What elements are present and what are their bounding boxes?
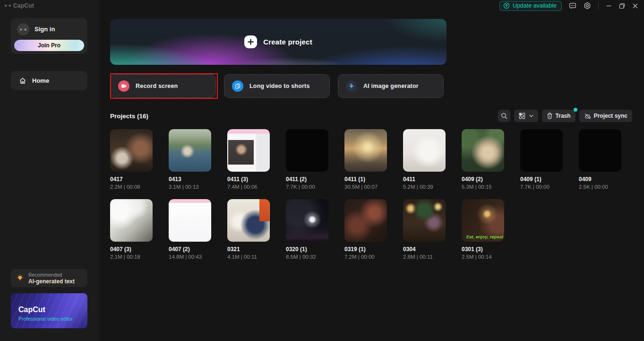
project-thumbnail[interactable]	[403, 129, 446, 172]
feedback-icon[interactable]	[569, 2, 576, 9]
home-label: Home	[32, 77, 49, 84]
app-logo: CapCut	[5, 2, 34, 9]
maximize-icon[interactable]	[619, 3, 625, 9]
avatar[interactable]	[17, 23, 29, 35]
project-card[interactable]: 0409 (1) 7.7K | 00:00	[520, 129, 563, 190]
recommended-card[interactable]: Recommended AI-generated text	[11, 269, 87, 287]
trash-label: Trash	[556, 113, 571, 119]
project-thumbnail[interactable]	[110, 199, 153, 242]
promo-title: CapCut	[18, 306, 87, 314]
minimize-icon[interactable]	[606, 3, 612, 9]
join-pro-button[interactable]: Join Pro	[14, 40, 84, 51]
promo-subtitle: Professional video editor	[18, 316, 87, 322]
thumbnail-overlay-text: Eat, enjoy, repeat	[462, 234, 503, 239]
project-card[interactable]: 0411 (3) 7.4M | 00:06	[227, 129, 270, 190]
project-name: 0409	[579, 176, 621, 183]
project-meta: 7.7K | 00:00	[286, 184, 328, 190]
project-name: 0409 (2)	[462, 176, 504, 183]
project-meta: 2.8M | 00:11	[403, 254, 446, 260]
project-thumbnail[interactable]	[286, 199, 328, 242]
project-thumbnail[interactable]	[344, 129, 387, 172]
trash-button[interactable]: Trash	[542, 110, 575, 122]
project-meta: 3.1M | 00:13	[169, 184, 211, 190]
sidebar-item-home[interactable]: Home	[11, 71, 87, 90]
project-sync-button[interactable]: Project sync	[579, 110, 632, 122]
ai-star-icon	[346, 80, 357, 92]
project-meta: 2.5M | 00:14	[462, 254, 504, 260]
search-button[interactable]	[498, 110, 510, 122]
project-card[interactable]: 0411 (2) 7.7K | 00:00	[286, 129, 328, 190]
project-card[interactable]: 0319 (1) 7.2M | 00:00	[344, 199, 387, 260]
project-name: 0411 (2)	[286, 176, 328, 183]
search-icon	[501, 113, 507, 119]
ai-image-generator-button[interactable]: AI image generator	[338, 74, 444, 98]
project-name: 0304	[403, 246, 446, 253]
project-card[interactable]: 0321 4.1M | 00:11	[227, 199, 270, 260]
close-icon[interactable]	[632, 3, 638, 9]
project-name: 0417	[110, 176, 153, 183]
project-thumbnail[interactable]	[110, 129, 153, 172]
project-thumbnail[interactable]	[227, 129, 270, 172]
project-meta: 14.8M | 00:43	[169, 254, 211, 260]
project-thumbnail[interactable]: Eat, enjoy, repeat	[462, 199, 504, 242]
project-card[interactable]: Eat, enjoy, repeat 0301 (3) 2.5M | 00:14	[462, 199, 504, 260]
sign-in-button[interactable]: Sign in	[34, 26, 55, 33]
project-thumbnail[interactable]	[520, 129, 563, 172]
project-thumbnail[interactable]	[579, 129, 621, 172]
projects-title: Projects (16)	[110, 113, 148, 120]
cloud-sync-off-icon	[584, 113, 591, 119]
project-card[interactable]: 0304 2.8M | 00:11	[403, 199, 446, 260]
project-card[interactable]: 0407 (2) 14.8M | 00:43	[169, 199, 211, 260]
projects-grid: 0417 2.2M | 00:08 0413 3.1M | 00:13 0411…	[110, 129, 621, 260]
recommended-title: AI-generated text	[28, 278, 75, 285]
project-card[interactable]: 0413 3.1M | 00:13	[169, 129, 211, 190]
project-meta: 2.2M | 00:08	[110, 184, 153, 190]
project-meta: 4.1M | 00:11	[227, 254, 270, 260]
project-thumbnail[interactable]	[169, 129, 211, 172]
project-card[interactable]: 0320 (1) 8.5M | 00:32	[286, 199, 328, 260]
project-card[interactable]: 0411 5.2M | 00:39	[403, 129, 446, 190]
sidebar: Sign in Join Pro Home Recommended A	[0, 0, 99, 341]
project-card[interactable]: 0409 (2) 5.3M | 00:15	[462, 129, 504, 190]
project-thumbnail[interactable]	[227, 199, 270, 242]
quick-actions: Record screen Long video to shorts AI im…	[110, 74, 444, 98]
project-card[interactable]: 0417 2.2M | 00:08	[110, 129, 153, 190]
titlebar: CapCut Update available	[0, 0, 644, 11]
record-screen-label: Record screen	[136, 83, 178, 89]
project-thumbnail[interactable]	[169, 199, 211, 242]
project-name: 0409 (1)	[520, 176, 563, 183]
project-name: 0321	[227, 246, 270, 253]
project-name: 0411	[403, 176, 446, 183]
view-mode-button[interactable]	[514, 110, 538, 122]
capcut-logo-icon	[5, 3, 11, 8]
app-title: CapCut	[13, 2, 34, 9]
project-card[interactable]: 0407 (3) 2.1M | 00:18	[110, 199, 153, 260]
capcut-promo-banner[interactable]: CapCut Professional video editor	[11, 293, 87, 328]
project-thumbnail[interactable]	[462, 129, 504, 172]
project-name: 0407 (2)	[169, 246, 211, 253]
project-thumbnail[interactable]	[403, 199, 446, 242]
project-name: 0407 (3)	[110, 246, 153, 253]
record-screen-button[interactable]: Record screen	[110, 74, 216, 98]
long-video-to-shorts-button[interactable]: Long video to shorts	[224, 74, 330, 98]
project-meta: 2.1M | 00:18	[110, 254, 153, 260]
chevron-down-icon	[529, 114, 533, 117]
project-sync-label: Project sync	[594, 113, 627, 119]
project-name: 0301 (3)	[462, 246, 504, 253]
project-card[interactable]: 0411 (1) 30.5M | 00:07	[344, 129, 387, 190]
project-name: 0413	[169, 176, 211, 183]
update-label: Update available	[513, 2, 557, 9]
update-available-button[interactable]: Update available	[499, 1, 562, 11]
project-meta: 2.5K | 00:00	[579, 184, 621, 190]
grid-view-icon	[519, 113, 525, 119]
project-card[interactable]: 0409 2.5K | 00:00	[579, 129, 621, 190]
project-name: 0319 (1)	[344, 246, 387, 253]
create-project-button[interactable]: Create project	[110, 19, 447, 65]
settings-gear-icon[interactable]	[584, 2, 591, 9]
project-meta: 5.3M | 00:15	[462, 184, 504, 190]
project-thumbnail[interactable]	[344, 199, 387, 242]
project-thumbnail[interactable]	[286, 129, 328, 172]
project-name: 0320 (1)	[286, 246, 328, 253]
project-name: 0411 (3)	[227, 176, 270, 183]
project-meta: 7.4M | 00:06	[227, 184, 270, 190]
